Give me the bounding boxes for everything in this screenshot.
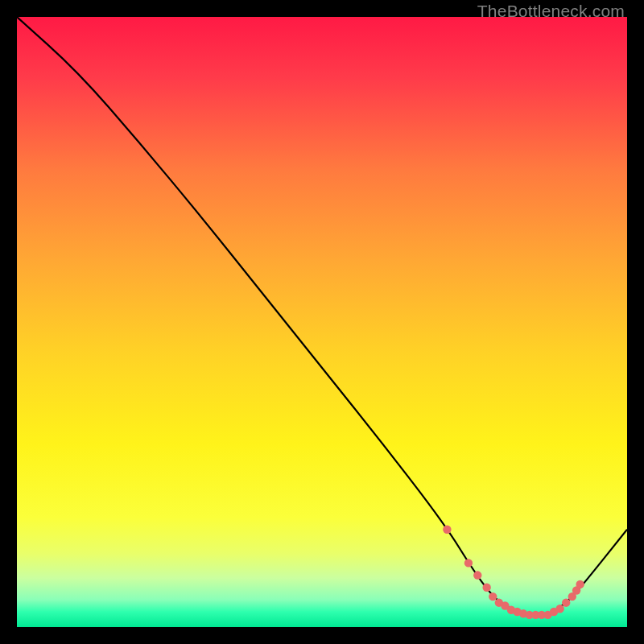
curve-layer bbox=[17, 17, 627, 627]
highlight-dot bbox=[576, 580, 584, 588]
highlight-dot bbox=[473, 571, 481, 579]
highlight-dot bbox=[443, 526, 451, 534]
highlight-dot bbox=[464, 559, 473, 567]
plot-area bbox=[17, 17, 627, 627]
watermark-text: TheBottleneck.com bbox=[477, 2, 625, 21]
highlight-dot bbox=[482, 584, 490, 592]
highlight-dot bbox=[562, 598, 570, 606]
highlight-dot bbox=[555, 605, 564, 613]
chart-stage: TheBottleneck.com bbox=[0, 0, 644, 644]
bottleneck-curve bbox=[17, 17, 627, 615]
highlight-dots bbox=[443, 526, 584, 620]
highlight-dot bbox=[489, 592, 497, 601]
